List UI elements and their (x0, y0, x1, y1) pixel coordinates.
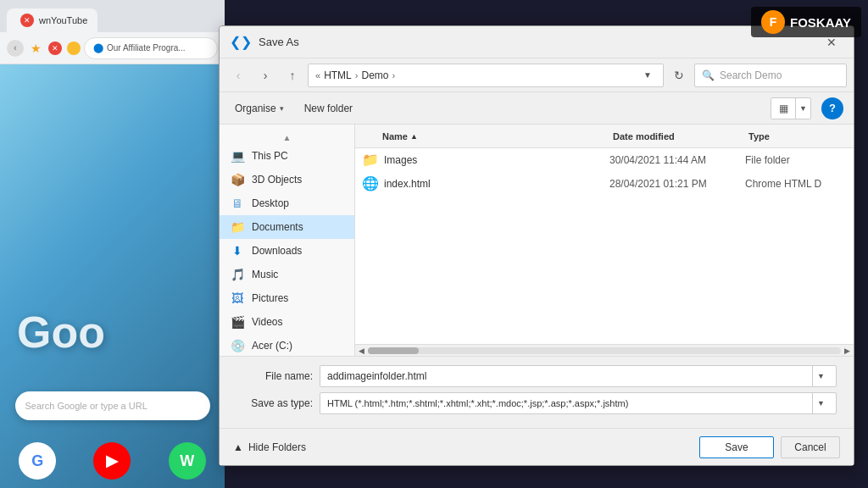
tab-1-label: wnYouTube (39, 15, 87, 25)
sidebar-item-3d-objects[interactable]: 📦 3D Objects (220, 168, 354, 191)
dialog-actions: ▲ Hide Folders Save Cancel (220, 428, 854, 465)
sidebar-item-this-pc[interactable]: 💻 This PC (220, 144, 354, 168)
path-refresh-button[interactable]: ↻ (667, 64, 691, 87)
search-icon: 🔍 (702, 69, 715, 81)
dialog-navbar: ‹ › ↑ « HTML › Demo › ▼ ↻ 🔍 Search Demo (220, 58, 854, 92)
file-name-index-html: index.html (384, 178, 609, 190)
col-header-name[interactable]: Name ▲ (379, 131, 609, 141)
h-scroll-track (368, 347, 841, 354)
horizontal-scrollbar[interactable]: ◀ ▶ (355, 344, 854, 356)
savetype-value: HTML (*.html;*.htm;*.shtml;*.xhtml;*.xht… (327, 398, 812, 408)
sidebar-item-desktop[interactable]: 🖥 Desktop (220, 191, 354, 215)
sidebar-item-pictures[interactable]: 🖼 Pictures (220, 286, 354, 310)
file-type-images: File folder (745, 154, 847, 166)
path-part-html[interactable]: HTML (320, 69, 355, 81)
filename-label: File name: (236, 370, 313, 382)
cancel-button[interactable]: Cancel (781, 436, 840, 458)
browser-tabs: ✕ wnYouTube (0, 0, 225, 32)
save-as-dialog: ❮❯ Save As ✕ ‹ › ↑ « HTML › Demo › ▼ ↻ 🔍… (219, 25, 854, 466)
index-html-icon: 🌐 (362, 175, 379, 192)
browser-content: Goo Search Google or type a URL (0, 64, 225, 488)
col-date-label: Date modified (613, 131, 675, 141)
dialog-action-buttons: Save Cancel (699, 436, 840, 458)
file-date-index-html: 28/04/2021 01:21 PM (609, 178, 745, 190)
sidebar-item-documents[interactable]: 📁 Documents (220, 215, 354, 239)
sidebar-item-videos[interactable]: 🎬 Videos (220, 310, 354, 334)
youtube-icon[interactable]: ▶ (93, 442, 131, 480)
help-button[interactable]: ? (821, 97, 843, 119)
organise-label: Organise (235, 103, 276, 114)
new-folder-button[interactable]: New folder (299, 99, 358, 118)
col-header-type[interactable]: Type (745, 131, 847, 141)
3d-objects-icon: 📦 (230, 172, 245, 187)
save-button[interactable]: Save (699, 436, 774, 458)
view-mode-dropdown[interactable]: ▼ (795, 98, 810, 119)
path-dropdown-button[interactable]: ▼ (639, 67, 656, 84)
chrome-icon: ⬤ (93, 42, 103, 53)
vscode-icon: ❮❯ (230, 34, 252, 50)
file-name-images: Images (384, 154, 609, 166)
desktop-icon: 🖥 (230, 196, 245, 211)
path-bar: « HTML › Demo › ▼ (308, 64, 664, 87)
nav-back-button[interactable]: ‹ (226, 64, 250, 87)
tab-close-icon: ✕ (20, 14, 34, 27)
hide-folders-label: Hide Folders (248, 441, 306, 453)
filename-dropdown-btn[interactable]: ▼ (812, 366, 829, 386)
foskaay-logo-icon: F (761, 10, 785, 34)
dialog-toolbar: Organise ▾ New folder ▦ ▼ ? (220, 92, 854, 125)
col-sort-icon: ▲ (410, 132, 418, 141)
sidebar-label-downloads: Downloads (252, 245, 302, 257)
sidebar-label-videos: Videos (252, 316, 282, 328)
browser-toolbar: ‹ ★ ✕ ⬤ Our Affiliate Progra... (0, 32, 225, 64)
dialog-bottom-inputs: File name: addimageinfolder.html ▼ Save … (220, 356, 854, 428)
music-icon: 🎵 (230, 267, 245, 282)
h-scroll-left-btn[interactable]: ◀ (359, 347, 364, 355)
path-separator-2: › (392, 70, 395, 80)
sidebar-scroll-up[interactable]: ▲ (220, 131, 354, 144)
nav-up-button[interactable]: ↑ (281, 64, 304, 87)
sidebar-item-downloads[interactable]: ⬇ Downloads (220, 239, 354, 263)
browser-back-btn[interactable]: ‹ (7, 40, 24, 57)
filename-field[interactable]: addimageinfolder.html ▼ (320, 365, 837, 387)
browser-close-icon[interactable]: ✕ (48, 42, 62, 55)
file-row-index-html[interactable]: 🌐 index.html 28/04/2021 01:21 PM Chrome … (355, 172, 854, 196)
view-mode-button[interactable]: ▦ (771, 98, 795, 119)
dialog-sidebar: ▲ 💻 This PC 📦 3D Objects 🖥 Desktop 📁 Doc… (220, 125, 355, 356)
browser-background: ✕ wnYouTube ‹ ★ ✕ ⬤ Our Affiliate Progra… (0, 0, 225, 488)
savetype-label: Save as type: (236, 397, 313, 409)
foskaay-badge: F FOSKAAY (751, 7, 861, 37)
savetype-row: Save as type: HTML (*.html;*.htm;*.shtml… (236, 392, 837, 414)
file-row-images[interactable]: 📁 Images 30/04/2021 11:44 AM File folder (355, 148, 854, 172)
browser-minimize-icon[interactable] (67, 42, 81, 55)
images-folder-icon: 📁 (362, 152, 379, 169)
hide-folders-button[interactable]: ▲ Hide Folders (233, 441, 306, 453)
filelist-scroll: 📁 Images 30/04/2021 11:44 AM File folder… (355, 148, 854, 344)
acer-drive-icon: 💿 (230, 338, 245, 353)
nav-forward-button[interactable]: › (253, 64, 277, 87)
path-part-demo[interactable]: Demo (358, 69, 392, 81)
downloads-icon: ⬇ (230, 243, 245, 258)
savetype-field[interactable]: HTML (*.html;*.htm;*.shtml;*.xhtml;*.xht… (320, 392, 837, 414)
file-type-index-html: Chrome HTML D (745, 178, 847, 190)
browser-bookmark-icon[interactable]: ★ (31, 42, 42, 55)
search-box[interactable]: 🔍 Search Demo (694, 64, 847, 87)
whatsapp-icon[interactable]: W (169, 442, 206, 480)
sidebar-label-this-pc: This PC (252, 150, 288, 162)
file-date-images: 30/04/2021 11:44 AM (609, 154, 745, 166)
h-scroll-right-btn[interactable]: ▶ (844, 347, 850, 355)
google-icon[interactable]: G (19, 442, 56, 480)
pictures-icon: 🖼 (230, 291, 245, 306)
col-name-label: Name (382, 131, 408, 141)
view-toggle: ▦ ▼ (771, 97, 811, 119)
sidebar-item-acer-c[interactable]: 💿 Acer (C:) (220, 334, 354, 356)
savetype-dropdown-btn[interactable]: ▼ (812, 393, 829, 413)
col-header-date[interactable]: Date modified (609, 131, 745, 141)
address-bar[interactable]: ⬤ Our Affiliate Progra... (84, 37, 218, 59)
browser-search-bar[interactable]: Search Google or type a URL (15, 391, 210, 420)
sidebar-item-music[interactable]: 🎵 Music (220, 263, 354, 286)
browser-tab-1[interactable]: ✕ wnYouTube (7, 8, 97, 32)
organise-dropdown-icon: ▾ (280, 104, 284, 113)
new-folder-label: New folder (304, 103, 353, 114)
hide-folders-arrow-icon: ▲ (233, 441, 243, 453)
organise-button[interactable]: Organise ▾ (230, 99, 289, 118)
